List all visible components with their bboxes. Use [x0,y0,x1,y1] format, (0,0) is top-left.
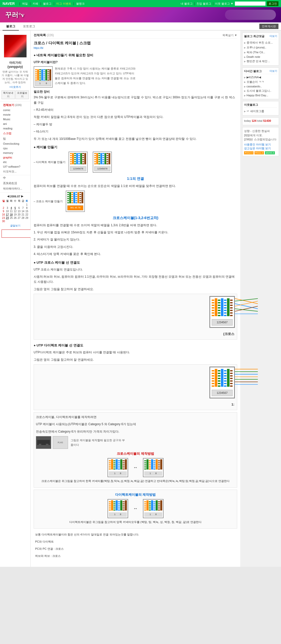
tab-blog[interactable]: 블로그 [3,23,19,31]
neighbor-item-2[interactable]: 모볼슨이 ㅋㅋ [244,79,277,84]
login-button[interactable]: 로그인 [267,1,278,6]
tab-photolog[interactable]: 포토로그 [19,23,39,31]
nav-cafe[interactable]: 카페 [33,2,38,6]
sidebar-item-ui[interactable]: UI? software? [0,164,30,169]
sidebar-item-life[interactable]: 丟失幼生活 [0,181,30,186]
cal-day[interactable]: 10 [5,210,9,213]
top-search-input[interactable] [235,2,265,6]
neighbor-item-5[interactable]: Happy Bird Day... [244,93,277,97]
recent-item-2[interactable]: 프루나 (pruna).. [244,45,277,50]
cmw2 [111,459,113,469]
cal-next[interactable]: ▶ [21,195,23,198]
sidebar-item-movie[interactable]: movie [0,112,30,117]
sidebar-item-music[interactable]: Music [0,117,30,122]
recent-item-5[interactable]: 핸빈큰 던 & 재인 .. [244,59,277,64]
neighbor-item-4[interactable]: 도시네 블로그입니.. [244,88,277,93]
nav-mail[interactable]: 메일 [22,2,28,6]
sidebar-item-scrap[interactable]: 스크랩 [0,131,30,136]
cal-day[interactable]: 14 [21,210,25,213]
cal-day[interactable]: 6 [17,206,21,210]
sidebar-item-team[interactable]: 팀 [0,136,30,141]
sidebar-item-diary[interactable]: 뒤라해야하다... [0,186,30,191]
cmwr4 [151,459,153,469]
sidebar-item-comic[interactable]: comic [0,108,30,112]
cal-day[interactable]: 19 [13,213,17,216]
sidebar-item-cpu[interactable]: cpu [0,146,30,151]
sidebar-item-graphic[interactable]: graphic [0,155,30,160]
post-list-header: 전체목록 (226) 목록설기 ▼ [34,33,237,39]
cal-day [13,203,17,206]
aiming-link[interactable]: 사용중인 아이템 보기 [244,143,277,146]
sidebar-item-memory[interactable]: memory [0,151,30,155]
cmw8 [125,459,127,469]
cal-day[interactable]: 23 [2,216,5,220]
article-url[interactable]: https://bl [34,47,43,49]
nav-blank[interactable]: 블랭크 [76,2,85,6]
cal-day[interactable]: 26 [13,216,17,220]
add-neighbor-link[interactable]: +이웃추가 [0,85,30,89]
recent-more-link[interactable]: 더보기 [270,34,277,38]
cal-prev[interactable]: ◀ [7,195,9,198]
message-button[interactable]: 목지보내기 [2,90,15,99]
nav-separator: | [19,2,20,5]
cal-day[interactable]: 24 [5,216,9,220]
atom-link[interactable]: atom0.3 [265,151,275,154]
cal-day [5,203,9,206]
recent-item-3[interactable]: 픽파 (The Cit... [244,50,277,55]
dw7 [123,500,125,511]
want-link[interactable]: 갖고싶은 아이템 보기 [244,146,277,150]
cal-day[interactable]: 17 [5,213,9,216]
cal-day[interactable]: 21 [21,213,25,216]
sidebar-item-reading[interactable]: reading [0,126,30,131]
cal-day[interactable]: 7 [21,206,25,210]
cal-day[interactable]: 20 [17,213,21,216]
cal-day[interactable]: 2 [2,206,5,210]
neighbor-item-3[interactable]: cassatardo.. [244,84,277,88]
recent-item-4[interactable]: Death note [244,55,277,59]
neighbor-blog-link[interactable]: 이웃 블로그 ▼ [215,2,233,6]
w2r [96,153,98,164]
neighbor-more-link[interactable]: 더보기 [270,69,277,73]
friend-blog-link[interactable]: 친업 블로그 [196,2,211,6]
cal-day[interactable]: 3 [5,206,9,210]
sidebar-item-ani[interactable]: ani [0,122,30,126]
neighbor-item-1[interactable]: ▶KIZUNA◀ [244,75,277,79]
cal-day[interactable]: 27 [17,216,21,220]
cal-day[interactable]: 8 [25,206,29,210]
rss2-link[interactable]: RSS2.0 [244,151,253,154]
nav-event[interactable]: 미그 이벤트 [56,2,71,6]
cal-day[interactable]: 30 [2,220,5,223]
my-blog-link[interactable]: 내 블로그 [181,2,193,6]
profile-button[interactable]: 프로필보기 [16,90,29,99]
cal-day[interactable]: 28 [21,216,25,220]
post-list-sort[interactable]: 목록설기 ▼ [222,33,237,37]
friend-blog-item-1[interactable]: ☞ 새이웃그룹 [244,109,277,114]
sidebar-item-overclocking[interactable]: Overclocking [0,141,30,146]
cal-day[interactable]: 15 [25,210,29,213]
cal-day[interactable]: 9 [2,210,5,213]
cal-day[interactable]: 22 [25,213,29,216]
cable-label: – 케이블두 방 [34,122,237,127]
sidebar-item-etc[interactable]: etc [0,160,30,164]
rss1-link[interactable]: RSS1.0 [255,151,264,154]
conn-num-right: 12345678 [94,166,110,171]
sidebar-item-chinese[interactable]: 中 [0,175,30,181]
cal-day[interactable]: 11 [9,210,13,213]
cal-day[interactable]: 5 [13,206,17,210]
sidebar-item-misc[interactable]: 이것저것... [0,169,30,174]
nav-blog[interactable]: 블로그 [43,2,51,6]
recent-item-1[interactable]: 중국에서 부친 소포... [244,40,277,45]
cal-day[interactable]: 13 [17,210,21,213]
manage-button[interactable]: 안부게시판 [259,24,278,29]
sidebar-item-all[interactable]: 전체보기 (226) [0,102,30,108]
calendar-list-btn[interactable]: 글달보기 [2,224,29,227]
cal-day[interactable]: 29 [25,216,29,220]
cal-day[interactable]: 16 [2,213,5,216]
naver-brand: NAVER [3,2,15,6]
cal-day[interactable]: 12 [13,210,17,213]
cal-day[interactable]: 4 [9,206,13,210]
cal-day[interactable]: 25 [9,216,13,220]
cross-left: 981 45 78 [66,191,85,212]
cal-day[interactable]: 1 [25,203,29,206]
cal-day[interactable]: 18 [9,213,13,216]
